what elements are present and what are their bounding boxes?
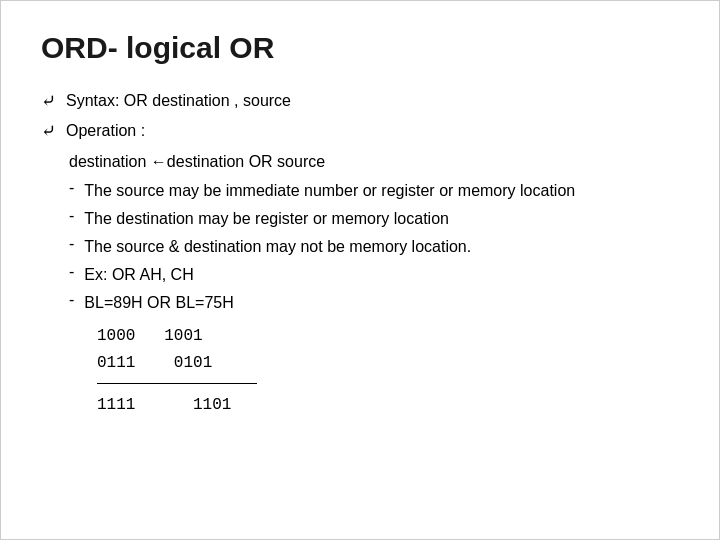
dash-text-2: The destination may be register or memor… bbox=[84, 207, 449, 231]
list-item: - The destination may be register or mem… bbox=[69, 207, 679, 231]
code-line-2: 0111 0101 bbox=[97, 350, 679, 377]
dash-text-5: BL=89H OR BL=75H bbox=[84, 291, 233, 315]
bullet-icon-syntax: ⤶ bbox=[41, 90, 56, 112]
dash-5: - bbox=[69, 291, 74, 309]
operation-destination-line: destination ←destination OR source bbox=[69, 153, 325, 170]
list-item: - The source & destination may not be me… bbox=[69, 235, 679, 259]
divider bbox=[97, 383, 257, 384]
syntax-bullet: ⤶ Syntax: OR destination , source bbox=[41, 89, 679, 113]
dash-text-3: The source & destination may not be memo… bbox=[84, 235, 471, 259]
code-block: 1000 1001 0111 0101 bbox=[97, 323, 679, 377]
dash-list: - The source may be immediate number or … bbox=[69, 179, 679, 315]
dash-text-1: The source may be immediate number or re… bbox=[84, 179, 575, 203]
syntax-text: Syntax: OR destination , source bbox=[66, 89, 291, 113]
bullet-icon-operation: ⤶ bbox=[41, 120, 56, 142]
dash-1: - bbox=[69, 179, 74, 197]
operation-label: Operation : bbox=[66, 119, 145, 143]
dash-3: - bbox=[69, 235, 74, 253]
dash-4: - bbox=[69, 263, 74, 281]
result-block: 1111 1101 bbox=[97, 392, 679, 419]
list-item: - BL=89H OR BL=75H bbox=[69, 291, 679, 315]
page-title: ORD- logical OR bbox=[41, 31, 679, 65]
operation-bullet: ⤶ Operation : bbox=[41, 119, 679, 143]
result-line: 1111 1101 bbox=[97, 392, 679, 419]
list-item: - The source may be immediate number or … bbox=[69, 179, 679, 203]
dash-text-4: Ex: OR AH, CH bbox=[84, 263, 193, 287]
slide: ORD- logical OR ⤶ Syntax: OR destination… bbox=[0, 0, 720, 540]
operation-block: destination ←destination OR source bbox=[69, 149, 679, 175]
code-line-1: 1000 1001 bbox=[97, 323, 679, 350]
list-item: - Ex: OR AH, CH bbox=[69, 263, 679, 287]
dash-2: - bbox=[69, 207, 74, 225]
